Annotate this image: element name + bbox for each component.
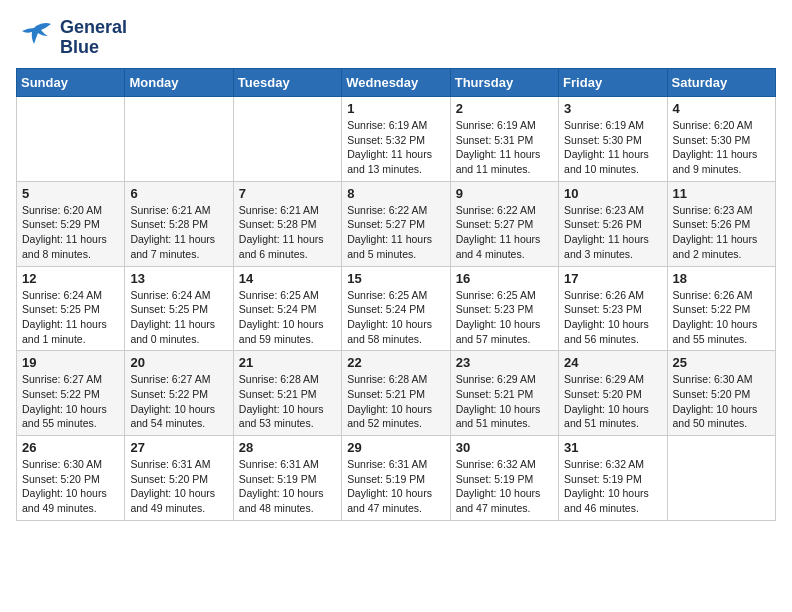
- calendar-cell: 8Sunrise: 6:22 AM Sunset: 5:27 PM Daylig…: [342, 181, 450, 266]
- calendar-cell: 28Sunrise: 6:31 AM Sunset: 5:19 PM Dayli…: [233, 436, 341, 521]
- day-number: 3: [564, 101, 661, 116]
- day-number: 8: [347, 186, 444, 201]
- day-info: Sunrise: 6:31 AM Sunset: 5:19 PM Dayligh…: [239, 457, 336, 516]
- calendar-cell: 18Sunrise: 6:26 AM Sunset: 5:22 PM Dayli…: [667, 266, 775, 351]
- calendar-cell: 23Sunrise: 6:29 AM Sunset: 5:21 PM Dayli…: [450, 351, 558, 436]
- logo-icon: [16, 16, 56, 56]
- calendar-cell: 19Sunrise: 6:27 AM Sunset: 5:22 PM Dayli…: [17, 351, 125, 436]
- day-number: 9: [456, 186, 553, 201]
- calendar-week-row: 26Sunrise: 6:30 AM Sunset: 5:20 PM Dayli…: [17, 436, 776, 521]
- calendar-cell: 27Sunrise: 6:31 AM Sunset: 5:20 PM Dayli…: [125, 436, 233, 521]
- day-number: 11: [673, 186, 770, 201]
- day-header-sunday: Sunday: [17, 69, 125, 97]
- day-number: 24: [564, 355, 661, 370]
- calendar-cell: 11Sunrise: 6:23 AM Sunset: 5:26 PM Dayli…: [667, 181, 775, 266]
- day-info: Sunrise: 6:21 AM Sunset: 5:28 PM Dayligh…: [239, 203, 336, 262]
- day-number: 29: [347, 440, 444, 455]
- day-info: Sunrise: 6:25 AM Sunset: 5:23 PM Dayligh…: [456, 288, 553, 347]
- day-header-friday: Friday: [559, 69, 667, 97]
- calendar-week-row: 12Sunrise: 6:24 AM Sunset: 5:25 PM Dayli…: [17, 266, 776, 351]
- day-number: 28: [239, 440, 336, 455]
- day-info: Sunrise: 6:22 AM Sunset: 5:27 PM Dayligh…: [456, 203, 553, 262]
- day-number: 26: [22, 440, 119, 455]
- calendar-cell: 20Sunrise: 6:27 AM Sunset: 5:22 PM Dayli…: [125, 351, 233, 436]
- day-number: 18: [673, 271, 770, 286]
- day-info: Sunrise: 6:21 AM Sunset: 5:28 PM Dayligh…: [130, 203, 227, 262]
- day-info: Sunrise: 6:22 AM Sunset: 5:27 PM Dayligh…: [347, 203, 444, 262]
- calendar-cell: [125, 97, 233, 182]
- calendar-cell: 3Sunrise: 6:19 AM Sunset: 5:30 PM Daylig…: [559, 97, 667, 182]
- calendar-week-row: 5Sunrise: 6:20 AM Sunset: 5:29 PM Daylig…: [17, 181, 776, 266]
- calendar-cell: 26Sunrise: 6:30 AM Sunset: 5:20 PM Dayli…: [17, 436, 125, 521]
- day-info: Sunrise: 6:24 AM Sunset: 5:25 PM Dayligh…: [22, 288, 119, 347]
- day-number: 31: [564, 440, 661, 455]
- day-info: Sunrise: 6:23 AM Sunset: 5:26 PM Dayligh…: [564, 203, 661, 262]
- calendar-week-row: 19Sunrise: 6:27 AM Sunset: 5:22 PM Dayli…: [17, 351, 776, 436]
- day-number: 20: [130, 355, 227, 370]
- calendar-cell: [667, 436, 775, 521]
- day-number: 30: [456, 440, 553, 455]
- day-number: 7: [239, 186, 336, 201]
- day-info: Sunrise: 6:20 AM Sunset: 5:29 PM Dayligh…: [22, 203, 119, 262]
- day-header-monday: Monday: [125, 69, 233, 97]
- calendar-cell: 21Sunrise: 6:28 AM Sunset: 5:21 PM Dayli…: [233, 351, 341, 436]
- day-info: Sunrise: 6:28 AM Sunset: 5:21 PM Dayligh…: [239, 372, 336, 431]
- day-number: 27: [130, 440, 227, 455]
- calendar-header-row: SundayMondayTuesdayWednesdayThursdayFrid…: [17, 69, 776, 97]
- day-header-saturday: Saturday: [667, 69, 775, 97]
- day-info: Sunrise: 6:25 AM Sunset: 5:24 PM Dayligh…: [347, 288, 444, 347]
- day-info: Sunrise: 6:31 AM Sunset: 5:19 PM Dayligh…: [347, 457, 444, 516]
- calendar-cell: 24Sunrise: 6:29 AM Sunset: 5:20 PM Dayli…: [559, 351, 667, 436]
- calendar-cell: 16Sunrise: 6:25 AM Sunset: 5:23 PM Dayli…: [450, 266, 558, 351]
- calendar-week-row: 1Sunrise: 6:19 AM Sunset: 5:32 PM Daylig…: [17, 97, 776, 182]
- day-header-thursday: Thursday: [450, 69, 558, 97]
- day-number: 21: [239, 355, 336, 370]
- day-number: 6: [130, 186, 227, 201]
- day-info: Sunrise: 6:27 AM Sunset: 5:22 PM Dayligh…: [22, 372, 119, 431]
- day-info: Sunrise: 6:30 AM Sunset: 5:20 PM Dayligh…: [673, 372, 770, 431]
- day-number: 22: [347, 355, 444, 370]
- day-number: 10: [564, 186, 661, 201]
- calendar-cell: [17, 97, 125, 182]
- day-number: 5: [22, 186, 119, 201]
- day-number: 17: [564, 271, 661, 286]
- calendar-cell: 5Sunrise: 6:20 AM Sunset: 5:29 PM Daylig…: [17, 181, 125, 266]
- day-info: Sunrise: 6:29 AM Sunset: 5:20 PM Dayligh…: [564, 372, 661, 431]
- calendar-cell: 4Sunrise: 6:20 AM Sunset: 5:30 PM Daylig…: [667, 97, 775, 182]
- page-header: General Blue: [16, 16, 776, 60]
- calendar-cell: 7Sunrise: 6:21 AM Sunset: 5:28 PM Daylig…: [233, 181, 341, 266]
- day-number: 23: [456, 355, 553, 370]
- calendar-cell: 17Sunrise: 6:26 AM Sunset: 5:23 PM Dayli…: [559, 266, 667, 351]
- calendar-cell: 31Sunrise: 6:32 AM Sunset: 5:19 PM Dayli…: [559, 436, 667, 521]
- logo-text: General Blue: [60, 18, 127, 58]
- day-number: 15: [347, 271, 444, 286]
- day-number: 4: [673, 101, 770, 116]
- calendar-cell: 1Sunrise: 6:19 AM Sunset: 5:32 PM Daylig…: [342, 97, 450, 182]
- day-number: 14: [239, 271, 336, 286]
- day-info: Sunrise: 6:27 AM Sunset: 5:22 PM Dayligh…: [130, 372, 227, 431]
- day-number: 1: [347, 101, 444, 116]
- day-info: Sunrise: 6:20 AM Sunset: 5:30 PM Dayligh…: [673, 118, 770, 177]
- day-number: 12: [22, 271, 119, 286]
- calendar-cell: 13Sunrise: 6:24 AM Sunset: 5:25 PM Dayli…: [125, 266, 233, 351]
- day-info: Sunrise: 6:28 AM Sunset: 5:21 PM Dayligh…: [347, 372, 444, 431]
- day-info: Sunrise: 6:26 AM Sunset: 5:23 PM Dayligh…: [564, 288, 661, 347]
- day-info: Sunrise: 6:32 AM Sunset: 5:19 PM Dayligh…: [456, 457, 553, 516]
- day-info: Sunrise: 6:19 AM Sunset: 5:30 PM Dayligh…: [564, 118, 661, 177]
- calendar-cell: 6Sunrise: 6:21 AM Sunset: 5:28 PM Daylig…: [125, 181, 233, 266]
- day-number: 19: [22, 355, 119, 370]
- calendar-cell: 12Sunrise: 6:24 AM Sunset: 5:25 PM Dayli…: [17, 266, 125, 351]
- day-info: Sunrise: 6:32 AM Sunset: 5:19 PM Dayligh…: [564, 457, 661, 516]
- day-info: Sunrise: 6:24 AM Sunset: 5:25 PM Dayligh…: [130, 288, 227, 347]
- day-info: Sunrise: 6:31 AM Sunset: 5:20 PM Dayligh…: [130, 457, 227, 516]
- day-info: Sunrise: 6:26 AM Sunset: 5:22 PM Dayligh…: [673, 288, 770, 347]
- day-info: Sunrise: 6:25 AM Sunset: 5:24 PM Dayligh…: [239, 288, 336, 347]
- calendar-cell: 9Sunrise: 6:22 AM Sunset: 5:27 PM Daylig…: [450, 181, 558, 266]
- day-number: 25: [673, 355, 770, 370]
- day-info: Sunrise: 6:19 AM Sunset: 5:31 PM Dayligh…: [456, 118, 553, 177]
- day-info: Sunrise: 6:30 AM Sunset: 5:20 PM Dayligh…: [22, 457, 119, 516]
- day-number: 2: [456, 101, 553, 116]
- calendar-cell: 10Sunrise: 6:23 AM Sunset: 5:26 PM Dayli…: [559, 181, 667, 266]
- calendar-cell: [233, 97, 341, 182]
- day-header-wednesday: Wednesday: [342, 69, 450, 97]
